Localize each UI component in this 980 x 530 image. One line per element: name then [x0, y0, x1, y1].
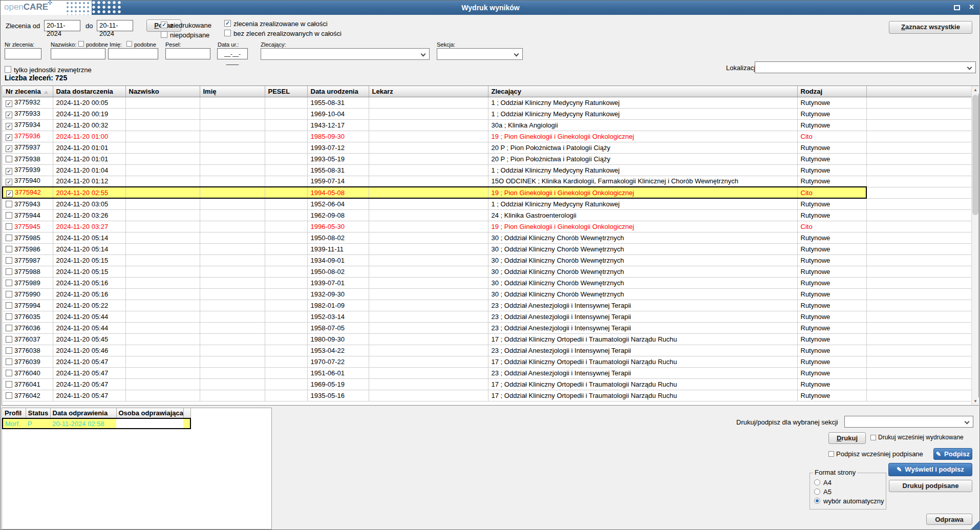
- table-row[interactable]: 37760382024-11-20 05:461953-04-2223 ; Od…: [3, 345, 974, 356]
- table-row[interactable]: 37759452024-11-20 03:271996-05-3019 ; Pi…: [3, 221, 974, 232]
- scroll-down-icon[interactable]: ▼: [972, 397, 979, 405]
- date-to-input[interactable]: 20-11-2024: [97, 20, 133, 31]
- table-row[interactable]: ✓37759402024-11-20 01:121959-07-1415O OD…: [3, 176, 974, 187]
- table-row[interactable]: 37759882024-11-20 05:151950-08-0230 ; Od…: [3, 266, 974, 277]
- row-checkbox[interactable]: ✓: [6, 168, 12, 175]
- zrealizowane-checkbox[interactable]: ✓: [224, 20, 231, 27]
- scrollbar-thumb[interactable]: [972, 95, 978, 215]
- vertical-scrollbar[interactable]: ▲ ▼: [971, 86, 978, 405]
- table-row[interactable]: ✓37759362024-11-20 01:001985-09-3019 ; P…: [3, 131, 974, 142]
- table-row[interactable]: 37760402024-11-20 05:471951-06-0123 ; Od…: [3, 367, 974, 378]
- row-checkbox[interactable]: [6, 370, 12, 376]
- table-row[interactable]: ✓37759422024-11-20 02:551994-05-0819 ; P…: [3, 187, 974, 198]
- tylko-jednostki-checkbox[interactable]: [5, 66, 11, 73]
- nr-zlecenia-input[interactable]: [5, 48, 41, 59]
- column-header-4[interactable]: Imię: [200, 86, 265, 97]
- row-checkbox[interactable]: [6, 280, 12, 286]
- table-row[interactable]: 37759382024-11-20 01:011993-05-1920 P ; …: [3, 153, 974, 164]
- date-from-input[interactable]: 20-11-2024: [44, 20, 80, 31]
- row-checkbox[interactable]: ✓: [6, 190, 13, 197]
- table-row[interactable]: 37759942024-11-20 05:221982-01-0923 ; Od…: [3, 300, 974, 311]
- niepodpisane-checkbox[interactable]: [161, 31, 167, 38]
- table-row[interactable]: 37759872024-11-20 05:151934-09-0130 ; Od…: [3, 255, 974, 266]
- table-row[interactable]: 37759892024-11-20 05:161939-07-0130 ; Od…: [3, 277, 974, 288]
- format-radio-a4[interactable]: [814, 479, 820, 485]
- odprawa-button[interactable]: Odprawa: [926, 514, 972, 525]
- row-checkbox[interactable]: ✓: [6, 145, 12, 152]
- profile-column-header-1[interactable]: Profil: [3, 408, 26, 418]
- table-row[interactable]: 37760422024-11-20 05:471935-05-1617 ; Od…: [3, 390, 974, 401]
- table-row[interactable]: 37759432024-11-20 03:051952-06-041 ; Odd…: [3, 198, 974, 209]
- row-checkbox[interactable]: ✓: [6, 123, 12, 130]
- row-checkbox[interactable]: [6, 156, 12, 162]
- table-row[interactable]: 37759442024-11-20 03:261962-09-0824 ; Kl…: [3, 209, 974, 221]
- row-checkbox[interactable]: [6, 392, 12, 399]
- column-header-2[interactable]: Data dostarczenia: [53, 86, 125, 97]
- nazwisko-podobne-checkbox[interactable]: [78, 41, 84, 47]
- lokalizacja-select[interactable]: [755, 61, 976, 73]
- column-header-5[interactable]: PESEL: [265, 86, 307, 97]
- column-header-6[interactable]: Data urodzenia: [307, 86, 369, 97]
- table-row[interactable]: 37760412024-11-20 05:471969-05-1917 ; Od…: [3, 378, 974, 390]
- profile-row[interactable]: Morf. P 20-11-2024 02:58: [3, 418, 190, 429]
- maximize-icon[interactable]: [954, 5, 960, 10]
- table-row[interactable]: 37759852024-11-20 05:141950-08-0230 ; Od…: [3, 232, 974, 243]
- pesel-input[interactable]: [165, 48, 210, 59]
- table-row[interactable]: 37760362024-11-20 05:441958-07-0523 ; Od…: [3, 322, 974, 333]
- table-row[interactable]: 37759902024-11-20 05:161932-09-3030 ; Od…: [3, 288, 974, 300]
- zaznacz-wszystkie-button[interactable]: Zaznacz wszystkie: [889, 21, 972, 34]
- row-checkbox[interactable]: [6, 212, 12, 219]
- podpisz-button[interactable]: ✎Podpisz: [933, 448, 972, 460]
- column-header-8[interactable]: Zlecający: [488, 86, 797, 97]
- column-header-9[interactable]: Rodzaj: [797, 86, 866, 97]
- row-checkbox[interactable]: ✓: [6, 112, 12, 118]
- sekcja-select[interactable]: [437, 48, 523, 60]
- table-row[interactable]: 37760392024-11-20 05:471970-07-2217 ; Od…: [3, 356, 974, 367]
- row-checkbox[interactable]: [6, 201, 12, 207]
- row-checkbox[interactable]: [6, 325, 12, 331]
- row-checkbox[interactable]: ✓: [6, 100, 12, 107]
- imie-podobne-checkbox[interactable]: [126, 41, 132, 47]
- row-checkbox[interactable]: [6, 302, 12, 309]
- format-radio-wybór-automatyczny[interactable]: [814, 498, 820, 504]
- row-checkbox[interactable]: [6, 291, 12, 298]
- row-checkbox[interactable]: [6, 313, 12, 320]
- table-row[interactable]: ✓37759342024-11-20 00:321943-12-1730a ; …: [3, 119, 974, 131]
- row-checkbox[interactable]: [6, 235, 12, 241]
- row-checkbox[interactable]: ✓: [6, 179, 12, 185]
- row-checkbox[interactable]: ✓: [6, 134, 12, 141]
- table-row[interactable]: 37760352024-11-20 05:441952-03-1423 ; Od…: [3, 311, 974, 322]
- data-ur-input[interactable]: __-__-____: [217, 48, 248, 59]
- column-header-3[interactable]: Nazwisko: [125, 86, 200, 97]
- niedrukowane-checkbox[interactable]: ✓: [161, 22, 167, 28]
- table-row[interactable]: ✓37759392024-11-20 01:041955-08-311 ; Od…: [3, 164, 974, 176]
- row-checkbox[interactable]: [6, 257, 12, 264]
- zlecajacy-select[interactable]: [261, 48, 430, 60]
- column-header-1[interactable]: Nr zlecenia: [3, 86, 53, 97]
- imie-input[interactable]: [108, 48, 158, 59]
- table-row[interactable]: ✓37759332024-11-20 00:191969-10-041 ; Od…: [3, 108, 974, 119]
- profile-column-header-3[interactable]: Data odprawienia: [50, 408, 116, 418]
- row-checkbox[interactable]: [6, 246, 12, 252]
- drukuj-podpisane-button[interactable]: Drukuj podpisane: [889, 480, 972, 492]
- row-checkbox[interactable]: [6, 358, 12, 365]
- table-row[interactable]: 37760372024-11-20 05:451980-09-3017 ; Od…: [3, 333, 974, 345]
- profile-column-header-2[interactable]: Status: [26, 408, 50, 418]
- wyswietl-i-podpisz-button[interactable]: ✎Wyświetl i podpisz: [888, 463, 972, 476]
- table-row[interactable]: ✓37759372024-11-20 01:011993-07-1220 P ;…: [3, 142, 974, 153]
- format-radio-a5[interactable]: [814, 489, 820, 495]
- scroll-up-icon[interactable]: ▲: [972, 86, 979, 94]
- row-checkbox[interactable]: [6, 268, 12, 275]
- table-row[interactable]: ✓37759322024-11-20 00:051955-08-311 ; Od…: [3, 97, 974, 108]
- bez-zlecen-checkbox[interactable]: [224, 30, 231, 36]
- row-checkbox[interactable]: [6, 347, 12, 354]
- row-checkbox[interactable]: [6, 336, 12, 343]
- table-row[interactable]: 37759862024-11-20 05:141939-11-1130 ; Od…: [3, 243, 974, 255]
- row-checkbox[interactable]: [6, 223, 12, 230]
- profile-column-header-4[interactable]: Osoba odprawiająca: [116, 408, 183, 418]
- nazwisko-input[interactable]: [51, 48, 105, 59]
- drukuj-wczesniej-checkbox[interactable]: [870, 435, 876, 440]
- resize-grip[interactable]: [971, 521, 979, 529]
- row-checkbox[interactable]: [6, 381, 12, 388]
- podpisz-wczesniej-checkbox[interactable]: [828, 451, 834, 457]
